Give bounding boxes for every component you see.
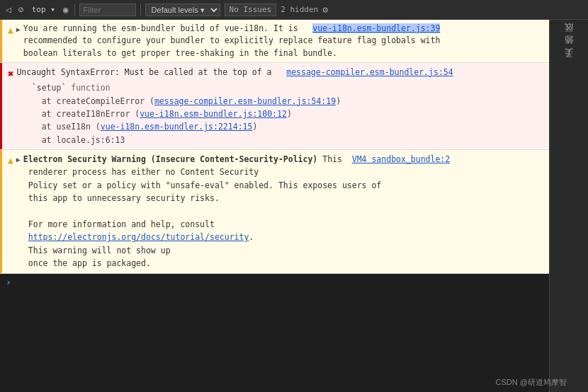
vm-sandbox-link[interactable]: VM4 sandbox_bundle:2 (352, 154, 450, 164)
log-levels-select[interactable]: Default levels ▾ (145, 4, 220, 16)
warning-text: You are running the esm-bundler build of… (23, 23, 441, 59)
electronjs-security-link[interactable]: https://electronjs.org/docs/tutorial/sec… (28, 232, 249, 242)
settings-icon[interactable]: ⚙ (322, 4, 328, 15)
error-header-text: Uncaught SyntaxError: Must be called at … (16, 66, 453, 79)
error-stack: `setup` function at createCompileError (… (8, 81, 543, 146)
watermark: CSDN @研道鸠摩智 (496, 377, 567, 388)
warning-electron-security: ▲ ▶ Electron Security Warning (Insecure … (0, 150, 549, 273)
warning-triangle-icon: ▲ (8, 23, 13, 38)
context-selector[interactable]: top ▾ (30, 5, 57, 14)
security-text: Electron Security Warning (Insecure Cont… (23, 153, 450, 270)
message-compiler-link[interactable]: message-compiler.esm-bundler.js:54 (286, 67, 453, 77)
warning-vue-i18n: ▲ ▶ You are running the esm-bundler buil… (0, 20, 549, 62)
hidden-count: 2 hidden (281, 5, 318, 14)
console-output: ▲ ▶ You are running the esm-bundler buil… (0, 20, 549, 392)
vue-i18n-link[interactable]: vue-i18n.esm-bundler.js:39 (312, 23, 440, 33)
right-panel: 答 战区 恐怖 关上了 (549, 20, 588, 392)
stack-link-3[interactable]: vue-i18n.esm-bundler.js:2214:15 (101, 122, 253, 132)
security-triangle-icon: ▲ (8, 154, 13, 168)
security-bold-text: Electron Security Warning (Insecure Cont… (23, 154, 317, 164)
error-syntax: ✖ Uncaught SyntaxError: Must be called a… (0, 63, 549, 149)
stack-link-1[interactable]: message-compiler.esm-bundler.js:54:19 (154, 96, 336, 106)
eye-icon[interactable]: ◉ (62, 4, 70, 15)
console-toolbar: ◁ ⊘ top ▾ ◉ Default levels ▾ No Issues 2… (0, 0, 588, 20)
warning-expand-icon[interactable]: ▶ (16, 24, 21, 35)
back-icon[interactable]: ◁ (4, 4, 13, 15)
prompt-icon: › (6, 277, 11, 287)
no-issues-badge: No Issues (225, 4, 277, 16)
separator2 (140, 4, 141, 16)
separator (74, 4, 75, 16)
stack-link-2[interactable]: vue-i18n.esm-bundler.js:100:12 (140, 109, 287, 119)
filter-input[interactable] (79, 4, 136, 16)
security-expand-icon[interactable]: ▶ (16, 154, 21, 166)
error-icon: ✖ (8, 66, 13, 81)
stop-icon[interactable]: ⊘ (17, 4, 26, 15)
console-prompt[interactable]: › (0, 274, 549, 290)
